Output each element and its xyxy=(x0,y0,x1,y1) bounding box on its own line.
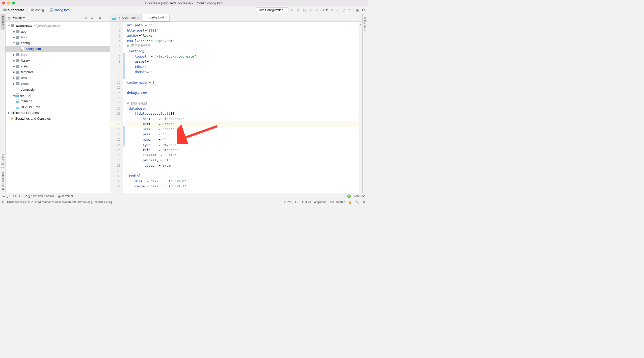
locate-icon[interactable]: ⊕ xyxy=(84,16,88,20)
chevron-right-icon[interactable]: ▶ xyxy=(8,111,11,114)
event-log-tool[interactable]: 2 Event Log xyxy=(347,194,365,198)
svg-point-3 xyxy=(362,9,364,11)
editor-scrollbar[interactable]: ✓ xyxy=(359,22,362,193)
close-icon[interactable]: × xyxy=(165,16,167,19)
folder-icon xyxy=(11,24,14,27)
stop-icon[interactable]: ■ xyxy=(314,8,319,12)
version-control-tool[interactable]: ⎇ 9: Version Control xyxy=(24,194,53,198)
svg-point-0 xyxy=(297,9,299,11)
tree-folder-boot[interactable]: ▶boot xyxy=(6,34,110,40)
tree-root[interactable]: ▼ autocreate ~/go/src/autocreate xyxy=(6,23,110,29)
close-icon[interactable]: × xyxy=(137,16,139,20)
check-icon: ✓ xyxy=(359,23,362,27)
layout-icon[interactable]: ▣ xyxy=(355,8,360,12)
editor-tabs: README.md × config.toml × xyxy=(110,14,362,22)
toml-file-icon xyxy=(144,16,147,19)
go-file-icon: GO xyxy=(16,99,19,103)
toolbar-right: Add Configuration... ◧ ◷ ■ Git: ↙ ✓ ◷ ↶ … xyxy=(256,7,366,13)
tab-readme[interactable]: README.md × xyxy=(110,14,142,21)
debug-icon[interactable] xyxy=(296,8,301,12)
tree-folder-utils[interactable]: ▶utils xyxy=(6,75,110,81)
folder-icon xyxy=(16,65,19,68)
tree-external-libraries[interactable]: ▶⫴External Libraries xyxy=(6,110,110,116)
tree-file-gomod[interactable]: ▶GOgo.mod xyxy=(6,92,110,98)
chevron-right-icon: 〉 xyxy=(26,8,29,12)
minimize-window-button[interactable] xyxy=(7,2,10,5)
separator xyxy=(354,8,354,12)
gear-icon[interactable]: ✿ xyxy=(98,16,102,20)
tab-config[interactable]: config.toml × xyxy=(142,14,170,21)
chevron-right-icon[interactable]: ▶ xyxy=(13,30,16,33)
tree-scratches[interactable]: ◩Scratches and Consoles xyxy=(6,116,110,121)
maximize-window-button[interactable] xyxy=(12,2,15,5)
indent-setting[interactable]: 4 spaces xyxy=(314,200,326,204)
line-separator[interactable]: LF xyxy=(295,200,299,204)
structure-tool-tab[interactable]: 7: Structure xyxy=(0,152,5,170)
tree-folder-static[interactable]: ▶static xyxy=(6,63,110,69)
tree-file-dump[interactable]: dump.rdb xyxy=(6,87,110,92)
add-configuration-button[interactable]: Add Configuration... xyxy=(256,7,288,13)
run-icon[interactable] xyxy=(290,8,294,12)
wrench-icon[interactable]: 🔧 xyxy=(355,200,359,204)
markdown-file-icon: MD xyxy=(16,105,19,109)
chevron-right-icon[interactable]: ▶ xyxy=(13,76,16,79)
file-encoding[interactable]: UTF-8 xyxy=(302,200,311,204)
close-window-button[interactable] xyxy=(2,2,5,5)
todo-tool[interactable]: ≔ 6: TODO xyxy=(3,194,20,198)
editor-body[interactable]: 1234567891011121314151617181920212223242… xyxy=(110,22,362,193)
chevron-right-icon[interactable]: ▶ xyxy=(13,82,16,85)
breadcrumb-root[interactable]: autocreate xyxy=(2,8,25,12)
terminal-tool[interactable]: ▣ Terminal xyxy=(58,194,73,198)
marker-column xyxy=(123,22,125,193)
tree-folder-config[interactable]: ▼config xyxy=(6,40,110,46)
left-tool-rail: 1: Project 7: Structure ★ 2: Favorites xyxy=(0,14,6,193)
line-gutter[interactable]: 1234567891011121314151617181920212223242… xyxy=(110,22,123,193)
chevron-right-icon[interactable]: ▶ xyxy=(13,65,16,68)
status-toggle-icon[interactable]: ⊟ xyxy=(2,200,6,204)
favorites-tool-tab[interactable]: ★ 2: Favorites xyxy=(0,170,5,193)
markdown-file-icon xyxy=(113,16,116,20)
folder-icon xyxy=(3,9,7,11)
history-icon[interactable]: ◷ xyxy=(341,8,346,12)
svg-line-4 xyxy=(364,11,365,12)
file-icon xyxy=(16,88,19,91)
separator xyxy=(320,8,320,12)
navigation-bar: autocreate 〉 config 〉 config.toml Add Co… xyxy=(0,6,368,14)
scratches-icon: ◩ xyxy=(11,117,14,120)
tree-folder-intro[interactable]: ▶intro xyxy=(6,52,110,58)
code-content[interactable]: url-path = "" http-port="8081" author="R… xyxy=(125,22,359,193)
tree-folder-views[interactable]: ▶views xyxy=(6,81,110,87)
memory-icon[interactable]: ⊞ xyxy=(362,200,366,204)
tree-file-config-toml[interactable]: Tconfig.toml xyxy=(6,46,110,52)
cursor-position[interactable]: 20:26 xyxy=(284,200,291,204)
collapse-icon[interactable]: ⇊ xyxy=(90,16,94,20)
project-tree[interactable]: ▼ autocreate ~/go/src/autocreate ▶app ▶b… xyxy=(6,22,110,193)
profile-icon[interactable]: ◷ xyxy=(308,8,313,12)
project-view-selector[interactable]: ▤ Project ▼ xyxy=(8,16,84,20)
chevron-down-icon[interactable]: ▼ xyxy=(13,42,16,44)
chevron-right-icon[interactable]: ▶ xyxy=(13,59,16,62)
go-file-icon: GO xyxy=(16,93,19,97)
coverage-icon[interactable]: ◧ xyxy=(302,8,307,12)
chevron-down-icon[interactable]: ▼ xyxy=(8,24,11,27)
tree-file-maingo[interactable]: GOmain.go xyxy=(6,98,110,104)
chevron-right-icon[interactable]: ▶ xyxy=(13,71,16,73)
revert-icon[interactable]: ↶ xyxy=(347,8,352,12)
project-icon: ▤ xyxy=(8,16,11,20)
git-pull-icon[interactable]: ↙ xyxy=(329,8,334,12)
lock-icon[interactable]: 🔒 xyxy=(348,200,352,204)
tree-folder-app[interactable]: ▶app xyxy=(6,29,110,34)
database-tool-tab[interactable]: ⛁ Database xyxy=(363,14,367,34)
breadcrumb-file[interactable]: config.toml xyxy=(49,8,71,12)
tree-folder-library[interactable]: ▶library xyxy=(6,58,110,63)
breadcrumb-folder[interactable]: config xyxy=(30,8,45,12)
chevron-right-icon[interactable]: ▶ xyxy=(13,53,16,56)
project-tool-tab[interactable]: 1: Project xyxy=(1,14,5,30)
tree-folder-template[interactable]: ▶template xyxy=(6,69,110,75)
tree-file-readme[interactable]: MDREADME.md xyxy=(6,104,110,110)
git-commit-icon[interactable]: ✓ xyxy=(335,8,340,12)
hide-panel-icon[interactable]: — xyxy=(104,16,108,20)
search-icon[interactable] xyxy=(361,8,366,12)
git-branch[interactable]: Git: master xyxy=(330,200,345,204)
chevron-right-icon[interactable]: ▶ xyxy=(13,36,16,39)
